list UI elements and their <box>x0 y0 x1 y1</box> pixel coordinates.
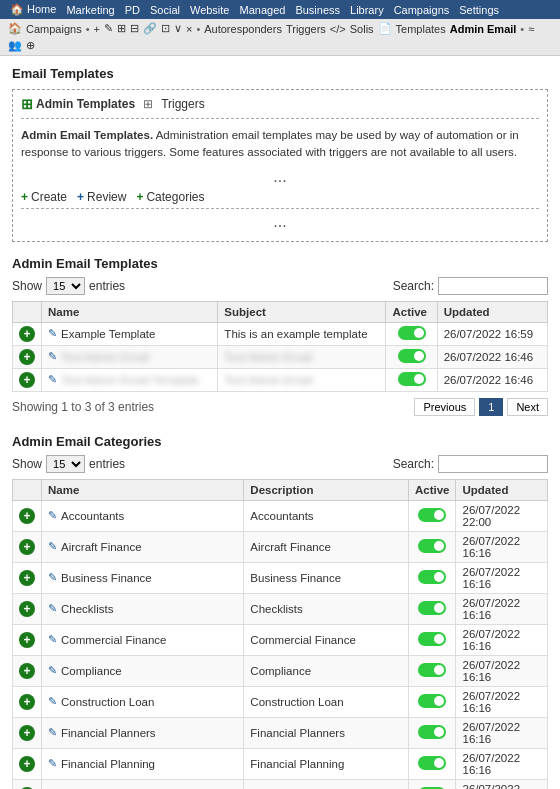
breadcrumb-minus-icon[interactable]: ⊟ <box>130 22 139 35</box>
add-icon[interactable]: + <box>19 372 35 388</box>
templates-prev-button[interactable]: Previous <box>414 398 475 416</box>
tab-admin-templates[interactable]: ⊞ Admin Templates <box>21 96 135 112</box>
breadcrumb-wave-icon[interactable]: ≈ <box>528 23 534 35</box>
add-icon[interactable]: + <box>19 694 35 710</box>
categories-button[interactable]: + Categories <box>136 190 204 204</box>
active-toggle[interactable] <box>418 632 446 646</box>
templates-next-button[interactable]: Next <box>507 398 548 416</box>
breadcrumb-x-icon[interactable]: × <box>186 23 192 35</box>
edit-icon[interactable]: ✎ <box>48 571 57 584</box>
nav-settings[interactable]: Settings <box>455 3 503 17</box>
add-icon[interactable]: + <box>19 508 35 524</box>
admin-templates-section-title: Admin Email Templates <box>12 256 548 271</box>
add-icon[interactable]: + <box>19 756 35 772</box>
breadcrumb-add-icon[interactable]: + <box>94 23 100 35</box>
breadcrumb-plus-circle-icon[interactable]: ⊕ <box>26 39 35 52</box>
cat-col-active[interactable]: Active <box>408 479 456 500</box>
edit-icon[interactable]: ✎ <box>48 540 57 553</box>
add-icon[interactable]: + <box>19 349 35 365</box>
nav-campaigns[interactable]: Campaigns <box>390 3 454 17</box>
categories-search-label: Search: <box>393 457 434 471</box>
categories-entries-label: entries <box>89 457 125 471</box>
breadcrumb-admin-email[interactable]: Admin Email <box>450 23 517 35</box>
row-active <box>408 779 456 789</box>
edit-icon[interactable]: ✎ <box>48 664 57 677</box>
edit-icon[interactable]: ✎ <box>48 327 57 340</box>
review-button[interactable]: + Review <box>77 190 126 204</box>
row-updated: 26/07/2022 16:16 <box>456 593 548 624</box>
templates-page-1[interactable]: 1 <box>479 398 503 416</box>
edit-icon[interactable]: ✎ <box>48 757 57 770</box>
tab-triggers[interactable]: Triggers <box>161 97 205 111</box>
row-description: Financial Planners <box>244 717 409 748</box>
active-toggle[interactable] <box>418 508 446 522</box>
edit-icon[interactable]: ✎ <box>48 726 57 739</box>
breadcrumb-templates[interactable]: Templates <box>396 23 446 35</box>
edit-icon[interactable]: ✎ <box>48 695 57 708</box>
cat-col-name[interactable]: Name <box>42 479 244 500</box>
breadcrumb-autoresponders[interactable]: Autoresponders <box>204 23 282 35</box>
nav-home[interactable]: 🏠 Home <box>6 2 60 17</box>
create-icon: + <box>21 190 28 204</box>
add-icon[interactable]: + <box>19 632 35 648</box>
active-toggle[interactable] <box>418 694 446 708</box>
breadcrumb-code-icon[interactable]: </> <box>330 23 346 35</box>
breadcrumb-edit-icon[interactable]: ✎ <box>104 22 113 35</box>
nav-social[interactable]: Social <box>146 3 184 17</box>
breadcrumb-doc-icon[interactable]: 📄 <box>378 22 392 35</box>
create-button[interactable]: + Create <box>21 190 67 204</box>
nav-library[interactable]: Library <box>346 3 388 17</box>
edit-icon[interactable]: ✎ <box>48 509 57 522</box>
edit-icon[interactable]: ✎ <box>48 602 57 615</box>
col-active[interactable]: Active <box>386 301 437 322</box>
add-icon[interactable]: + <box>19 570 35 586</box>
active-toggle[interactable] <box>398 349 426 363</box>
active-toggle[interactable] <box>418 570 446 584</box>
row-active <box>408 531 456 562</box>
nav-managed[interactable]: Managed <box>236 3 290 17</box>
add-icon[interactable]: + <box>19 601 35 617</box>
breadcrumb-solis[interactable]: Solis <box>350 23 374 35</box>
breadcrumb-link-icon[interactable]: 🔗 <box>143 22 157 35</box>
col-updated[interactable]: Updated <box>437 301 547 322</box>
breadcrumb-sep1: • <box>86 23 90 35</box>
col-subject[interactable]: Subject <box>218 301 386 322</box>
breadcrumb-home-icon[interactable]: 🏠 <box>8 22 22 35</box>
active-toggle[interactable] <box>418 539 446 553</box>
edit-icon[interactable]: ✎ <box>48 373 57 386</box>
active-toggle[interactable] <box>418 725 446 739</box>
active-toggle[interactable] <box>398 326 426 340</box>
edit-icon[interactable]: ✎ <box>48 350 57 363</box>
table-row: + ✎ Test Admin Email Template Test Admin… <box>13 368 548 391</box>
breadcrumb-campaigns[interactable]: Campaigns <box>26 23 82 35</box>
cat-col-updated[interactable]: Updated <box>456 479 548 500</box>
add-icon[interactable]: + <box>19 725 35 741</box>
row-add-btn: + <box>13 345 42 368</box>
cat-col-desc[interactable]: Description <box>244 479 409 500</box>
categories-search-input[interactable] <box>438 455 548 473</box>
col-name[interactable]: Name <box>42 301 218 322</box>
breadcrumb-box-icon[interactable]: ⊡ <box>161 22 170 35</box>
breadcrumb-triggers[interactable]: Triggers <box>286 23 326 35</box>
templates-entries-select[interactable]: 15 25 50 <box>46 277 85 295</box>
breadcrumb-down-icon[interactable]: ∨ <box>174 22 182 35</box>
row-name: ✎ Test Admin Email Template <box>42 368 218 391</box>
breadcrumb-users-icon[interactable]: 👥 <box>8 39 22 52</box>
templates-search-input[interactable] <box>438 277 548 295</box>
add-icon[interactable]: + <box>19 326 35 342</box>
categories-entries-select[interactable]: 15 25 50 <box>46 455 85 473</box>
add-icon[interactable]: + <box>19 663 35 679</box>
edit-icon[interactable]: ✎ <box>48 633 57 646</box>
active-toggle[interactable] <box>398 372 426 386</box>
nav-website[interactable]: Website <box>186 3 234 17</box>
add-icon[interactable]: + <box>19 539 35 555</box>
row-name: ✎ Business Finance <box>42 562 244 593</box>
nav-marketing[interactable]: Marketing <box>62 3 118 17</box>
active-toggle[interactable] <box>418 756 446 770</box>
active-toggle[interactable] <box>418 601 446 615</box>
nav-business[interactable]: Business <box>291 3 344 17</box>
nav-pd[interactable]: PD <box>121 3 144 17</box>
active-toggle[interactable] <box>418 663 446 677</box>
templates-show-label: Show <box>12 279 42 293</box>
breadcrumb-grid-icon[interactable]: ⊞ <box>117 22 126 35</box>
